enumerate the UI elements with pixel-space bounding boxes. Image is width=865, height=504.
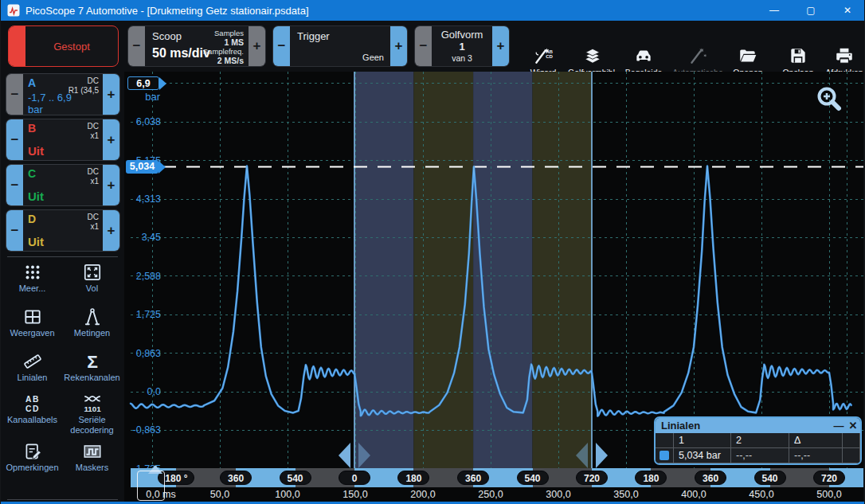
rulers-column-spacer: [843, 433, 860, 448]
ruler-arrow-icon: [159, 161, 166, 174]
channel-status: -1,7 .. 6,9bar: [28, 92, 72, 115]
zoom-overview-icon[interactable]: [815, 84, 847, 116]
rotation-marker: 0: [339, 471, 370, 485]
toolbar: Gestopt − Scoop 50 ms/div Samples 1 MS S…: [1, 21, 865, 72]
tool-maskers[interactable]: Maskers: [62, 440, 122, 486]
waveform-count: van 3: [452, 53, 472, 64]
rulers-swatch-cell: [656, 448, 674, 463]
rulers-panel-title: Linialen: [661, 420, 832, 432]
sidebar-divider: [7, 256, 118, 257]
rulers-column-header: 1: [674, 433, 731, 448]
axis-max-handle[interactable]: 6,9: [127, 76, 159, 90]
tool-meer[interactable]: Meer...: [2, 261, 62, 306]
maximize-button[interactable]: ▢: [793, 0, 829, 21]
x-axis-tick: 450,0: [734, 489, 789, 500]
waveform-plot[interactable]: [124, 72, 863, 468]
y-axis-tick: -0,863: [124, 424, 161, 436]
channel-A-minus-button[interactable]: −: [6, 74, 23, 115]
tool-weergaven[interactable]: Weergaven: [2, 306, 62, 350]
x-axis-tick: 50,0: [192, 489, 248, 500]
channel-range-note: x1: [88, 177, 99, 186]
highlight-handle-left-icon[interactable]: [339, 443, 350, 468]
waveform-prev-button[interactable]: −: [415, 26, 432, 66]
y-axis-tick: 6,038: [124, 115, 161, 128]
rotation-marker: 360: [695, 471, 726, 485]
tool-kanaallabels[interactable]: ABCD Kanaallabels: [2, 393, 62, 440]
views-grid-icon: [22, 306, 43, 327]
stop-button[interactable]: Gestopt: [8, 25, 119, 67]
picoscope-logo-icon: [7, 4, 20, 17]
trigger-plus-button[interactable]: +: [390, 26, 407, 66]
window-title: PicoScope 7 Automotive - [Drukmeting Get…: [25, 5, 756, 17]
waveform-next-button[interactable]: +: [492, 26, 509, 66]
rotation-marker: 540: [280, 471, 311, 485]
app-window: PicoScope 7 Automotive - [Drukmeting Get…: [0, 0, 865, 504]
rotation-ruler-strip[interactable]: 180 °3605400180360540720180360540720: [124, 468, 863, 487]
sidebar-tools: Meer... Vol Weergaven Metingen LinialenΣ…: [2, 261, 123, 486]
channel-a-swatch: [660, 451, 669, 460]
ruler-value-badge[interactable]: 5,034: [126, 160, 159, 174]
titlebar: PicoScope 7 Automotive - [Drukmeting Get…: [1, 0, 865, 21]
tool-label: Vol: [86, 283, 98, 294]
highlight-handle-right-icon[interactable]: [596, 443, 608, 468]
rotation-marker: 540: [517, 471, 549, 485]
timebase-plus-button[interactable]: +: [249, 26, 265, 66]
tool-label: Kanaallabels: [7, 415, 57, 425]
zero-time-selection-box: [137, 471, 165, 501]
tool-rekenkanalen[interactable]: Σ Rekenkanalen: [62, 350, 122, 393]
scope-panel: − Scoop 50 ms/div Samples 1 MS Samplefre…: [127, 25, 266, 67]
channel-C-minus-button[interactable]: −: [6, 165, 23, 205]
highlight-handle-right-icon[interactable]: [358, 443, 370, 468]
x-axis-tick: 250,0: [463, 489, 519, 500]
svg-text:CD: CD: [25, 404, 39, 412]
x-axis-tick: 100,0: [260, 489, 315, 500]
y-axis-tick: 4,313: [124, 193, 161, 205]
channel-A-plus-button[interactable]: +: [103, 74, 119, 115]
rulers-panel-header[interactable]: Linialen — ✕: [656, 418, 860, 433]
channel-B-minus-button[interactable]: −: [6, 119, 23, 160]
rotation-marker: 720: [813, 471, 845, 485]
waveform-index: 1: [459, 41, 464, 53]
timebase-minus-button[interactable]: −: [128, 26, 145, 66]
minimize-button[interactable]: —: [756, 0, 793, 21]
close-button[interactable]: ✕: [829, 0, 865, 21]
abcd-icon: ABCD: [22, 393, 43, 414]
tool-vol[interactable]: Vol: [62, 261, 122, 306]
channel-coupling: DC: [88, 167, 99, 177]
rulers-panel[interactable]: Linialen — ✕ 12Δ5,034 bar--,----,--: [654, 416, 862, 465]
tool-opmerkingen[interactable]: Opmerkingen: [2, 440, 62, 486]
tool-label: Opmerkingen: [6, 463, 58, 473]
sidebar-divider-bottom: [7, 499, 118, 500]
tool-metingen[interactable]: Metingen: [62, 306, 122, 350]
rulers-table: 12Δ5,034 bar--,----,--: [656, 433, 860, 463]
y-axis-tick: 1,725: [124, 308, 161, 321]
trigger-panel: − Trigger Geen +: [272, 25, 408, 67]
channel-status: Uit: [28, 145, 44, 157]
tool-linialen[interactable]: Linialen: [2, 350, 62, 393]
axis-unit-label: bar: [124, 91, 160, 103]
channel-D-plus-button[interactable]: +: [103, 210, 119, 251]
axis-max-arrow-icon: [159, 77, 166, 90]
highlight-handle-left-icon[interactable]: [576, 443, 588, 468]
channel-B-plus-button[interactable]: +: [103, 119, 119, 160]
tool-seri-le-decodering[interactable]: 1101 Seriële decodering: [62, 393, 122, 440]
tool-label: Weergaven: [10, 328, 54, 338]
channel-range-note: x1: [88, 222, 99, 232]
y-axis-tick: 3,45: [124, 231, 161, 244]
stop-label: Gestopt: [25, 41, 118, 53]
channel-card-D[interactable]: − D DCx1 Uit +: [6, 209, 120, 252]
timebase-value[interactable]: 50 ms/div: [152, 46, 210, 61]
channel-card-B[interactable]: − B DCx1 Uit +: [6, 119, 120, 161]
channel-coupling: DC: [88, 213, 99, 222]
scope-display[interactable]: 6,0385,1754,3133,452,5881,7250,8630,0-0,…: [124, 72, 863, 504]
channel-C-plus-button[interactable]: +: [103, 165, 119, 205]
channel-card-C[interactable]: − C DCx1 Uit +: [6, 164, 120, 206]
tool-label: Maskers: [76, 463, 109, 473]
trigger-mode-value: Geen: [362, 53, 384, 62]
rulers-close-button[interactable]: ✕: [846, 420, 860, 432]
channel-D-minus-button[interactable]: −: [6, 210, 23, 251]
trigger-minus-button[interactable]: −: [273, 26, 290, 66]
rulers-minimize-button[interactable]: —: [832, 420, 846, 432]
folder-open-icon: [737, 45, 759, 66]
channel-card-A[interactable]: − A DCR1 (34,5 -1,7 .. 6,9bar +: [6, 73, 120, 115]
